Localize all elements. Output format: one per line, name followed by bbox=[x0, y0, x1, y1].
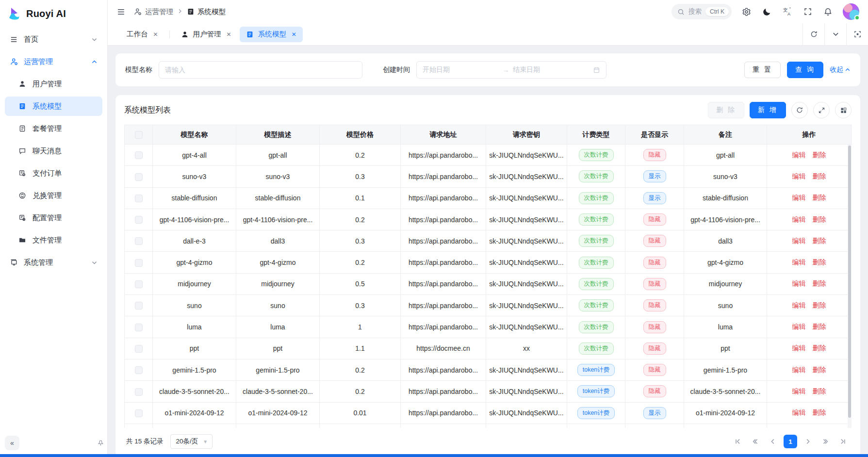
tab-options-chevron-icon[interactable] bbox=[824, 23, 846, 45]
delete-link[interactable]: 删除 bbox=[813, 279, 826, 287]
delete-link[interactable]: 删除 bbox=[813, 344, 826, 352]
delete-link[interactable]: 删除 bbox=[813, 237, 826, 245]
dark-mode-moon-icon[interactable] bbox=[761, 6, 772, 17]
row-checkbox[interactable] bbox=[135, 216, 143, 224]
row-checkbox[interactable] bbox=[135, 409, 143, 417]
edit-link[interactable]: 编辑 bbox=[792, 366, 806, 374]
delete-link[interactable]: 删除 bbox=[813, 215, 826, 223]
delete-link[interactable]: 删除 bbox=[813, 366, 826, 374]
row-checkbox[interactable] bbox=[135, 302, 143, 310]
delete-link[interactable]: 删除 bbox=[813, 323, 826, 330]
sidebar-item-user-management[interactable]: 用户管理 bbox=[5, 74, 102, 94]
breadcrumb-item[interactable]: 运营管理 bbox=[133, 7, 173, 16]
edit-link[interactable]: 编辑 bbox=[792, 172, 806, 180]
tab-close-icon[interactable]: ✕ bbox=[227, 31, 231, 38]
edit-link[interactable]: 编辑 bbox=[792, 237, 806, 245]
expand-table-button[interactable] bbox=[813, 102, 830, 118]
sidebar-item-package-management[interactable]: 套餐管理 bbox=[5, 119, 102, 138]
cell-actions: 编辑删除 bbox=[767, 209, 852, 230]
delete-button[interactable]: 删 除 bbox=[708, 102, 744, 118]
row-checkbox[interactable] bbox=[135, 151, 143, 159]
tab-refresh-icon[interactable] bbox=[802, 23, 824, 45]
collapse-filter-link[interactable]: 收起 bbox=[830, 65, 851, 74]
language-translate-icon[interactable]: 文A bbox=[782, 6, 793, 17]
sidebar-item-system-model[interactable]: 系统模型 bbox=[5, 97, 102, 116]
refresh-button[interactable] bbox=[791, 102, 808, 118]
table-row: gpt-4-allgpt-all0.2https://api.pandarobo… bbox=[125, 145, 852, 166]
edit-link[interactable]: 编辑 bbox=[792, 151, 806, 159]
page-size-select[interactable]: 20条/页 ▼ bbox=[170, 434, 213, 449]
delete-link[interactable]: 删除 bbox=[813, 194, 826, 201]
row-checkbox[interactable] bbox=[135, 366, 143, 374]
column-settings-button[interactable] bbox=[835, 102, 852, 118]
delete-link[interactable]: 删除 bbox=[813, 258, 826, 266]
sidebar-item-payment-orders[interactable]: 支付订单 bbox=[5, 163, 102, 183]
tabbar-actions bbox=[802, 23, 868, 45]
row-checkbox[interactable] bbox=[135, 280, 143, 288]
fullscreen-icon[interactable] bbox=[802, 6, 813, 17]
sidebar-item-chat-messages[interactable]: 聊天消息 bbox=[5, 141, 102, 161]
tab-user-management[interactable]: 用户管理✕ bbox=[175, 27, 238, 42]
scrollbar-thumb[interactable] bbox=[848, 146, 851, 418]
pagination-prev-double-button[interactable] bbox=[749, 435, 762, 448]
tab-close-icon[interactable]: ✕ bbox=[292, 31, 296, 38]
sidebar-pin-icon[interactable] bbox=[97, 440, 104, 447]
delete-link[interactable]: 删除 bbox=[813, 387, 826, 395]
model-name-input[interactable] bbox=[159, 61, 362, 79]
hamburger-menu-icon[interactable] bbox=[115, 6, 127, 17]
pagination-page-1[interactable]: 1 bbox=[784, 435, 797, 448]
row-checkbox[interactable] bbox=[135, 237, 143, 245]
select-all-checkbox[interactable] bbox=[135, 131, 143, 139]
sidebar-item-redeem-management[interactable]: 兑换管理 bbox=[5, 186, 102, 205]
delete-link[interactable]: 删除 bbox=[813, 408, 826, 416]
content-fullscreen-icon[interactable] bbox=[846, 23, 868, 45]
edit-link[interactable]: 编辑 bbox=[792, 194, 806, 201]
edit-link[interactable]: 编辑 bbox=[792, 344, 806, 352]
breadcrumb-item[interactable]: 系统模型 bbox=[187, 7, 226, 16]
sidebar-item-file-management[interactable]: 文件管理 bbox=[5, 230, 102, 250]
pagination-next-button[interactable] bbox=[801, 435, 815, 448]
create-time-range-input[interactable]: 开始日期 → 结束日期 bbox=[416, 61, 606, 79]
edit-link[interactable]: 编辑 bbox=[792, 387, 806, 395]
online-status-dot bbox=[854, 15, 860, 20]
add-button[interactable]: 新 增 bbox=[750, 102, 786, 118]
edit-link[interactable]: 编辑 bbox=[792, 323, 806, 330]
pagination-prev-button[interactable] bbox=[766, 435, 780, 448]
delete-link[interactable]: 删除 bbox=[813, 301, 826, 309]
sidebar-item-config-management[interactable]: 配置管理 bbox=[5, 208, 102, 228]
sidebar-item-system-management[interactable]: 系统管理 bbox=[5, 253, 102, 272]
row-checkbox[interactable] bbox=[135, 345, 143, 353]
edit-link[interactable]: 编辑 bbox=[792, 279, 806, 287]
table-row: sunosuno0.3https://api.pandarobo...sk-JI… bbox=[125, 295, 852, 316]
settings-gear-icon[interactable] bbox=[741, 6, 752, 17]
edit-link[interactable]: 编辑 bbox=[792, 215, 806, 223]
vertical-scrollbar[interactable] bbox=[848, 145, 852, 428]
row-checkbox[interactable] bbox=[135, 259, 143, 267]
sidebar-item-home[interactable]: 首页 bbox=[5, 30, 102, 49]
search-button[interactable]: 查 询 bbox=[787, 62, 823, 78]
row-checkbox[interactable] bbox=[135, 173, 143, 181]
row-checkbox[interactable] bbox=[135, 324, 143, 331]
user-avatar[interactable] bbox=[843, 3, 859, 20]
row-checkbox[interactable] bbox=[135, 388, 143, 396]
tab-workbench[interactable]: 工作台✕ bbox=[120, 27, 164, 42]
pagination-next-double-button[interactable] bbox=[819, 435, 832, 448]
tab-system-model[interactable]: 系统模型✕ bbox=[240, 27, 303, 42]
edit-link[interactable]: 编辑 bbox=[792, 258, 806, 266]
tab-close-icon[interactable]: ✕ bbox=[153, 31, 158, 38]
edit-link[interactable]: 编辑 bbox=[792, 408, 806, 416]
edit-link[interactable]: 编辑 bbox=[792, 301, 806, 309]
delete-link[interactable]: 删除 bbox=[813, 172, 826, 180]
global-search-input[interactable]: 搜索 Ctrl K bbox=[671, 4, 732, 19]
tab-label: 工作台 bbox=[127, 30, 148, 39]
sidebar-item-operations[interactable]: 运营管理 bbox=[5, 52, 102, 71]
notifications-bell-icon[interactable] bbox=[822, 6, 834, 17]
delete-link[interactable]: 删除 bbox=[813, 151, 826, 159]
brand[interactable]: Ruoyi AI bbox=[0, 0, 107, 26]
pagination-last-button[interactable] bbox=[836, 435, 850, 448]
pagination-first-button[interactable] bbox=[731, 435, 745, 448]
reset-button[interactable]: 重 置 bbox=[744, 62, 781, 78]
notebook-icon bbox=[18, 125, 27, 132]
sidebar-collapse-button[interactable]: « bbox=[5, 436, 19, 450]
row-checkbox[interactable] bbox=[135, 195, 143, 202]
